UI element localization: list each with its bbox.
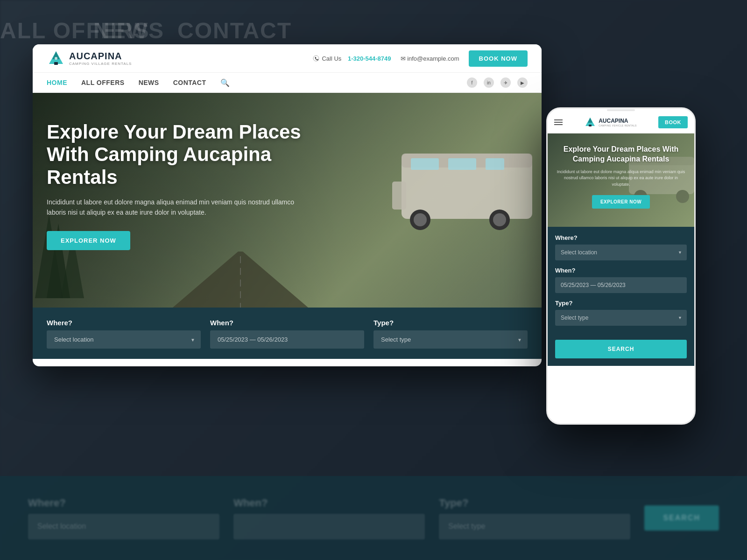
hero-subtitle: Incididunt ut labore eut dolore magna al… bbox=[47, 197, 308, 218]
svg-rect-14 bbox=[448, 158, 476, 170]
header-right: 📞 Call Us 1-320-544-8749 ✉ info@example.… bbox=[313, 50, 528, 67]
svg-rect-13 bbox=[411, 158, 439, 170]
bg-type-label: Type? bbox=[439, 497, 630, 509]
phone-icon: 📞 bbox=[313, 55, 319, 62]
phone-header: AUCAPINA CAMPING VEHICLE RENTALS BOOK bbox=[548, 112, 694, 133]
hero-title: Explore Your Dream Places With Camping A… bbox=[47, 121, 345, 189]
where-select-wrapper: Select location ▼ bbox=[47, 330, 201, 349]
bg-when-label: When? bbox=[233, 497, 425, 509]
svg-marker-22 bbox=[588, 118, 592, 123]
svg-rect-20 bbox=[392, 182, 406, 210]
hero-content: Explore Your Dream Places With Camping A… bbox=[33, 93, 359, 264]
phone-when-value[interactable]: 05/25/2023 — 05/26/2023 bbox=[555, 277, 687, 293]
hero-section: Explore Your Dream Places With Camping A… bbox=[33, 93, 542, 308]
bg-when-input bbox=[233, 514, 425, 539]
nav-home[interactable]: HOME bbox=[47, 79, 67, 86]
phone-logo-sub: CAMPING VEHICLE RENTALS bbox=[599, 124, 637, 127]
when-field: When? bbox=[210, 319, 364, 349]
where-field: Where? Select location ▼ bbox=[47, 319, 201, 349]
phone-where-label: Where? bbox=[555, 234, 687, 241]
when-input[interactable] bbox=[210, 330, 364, 349]
bg-search-btn: SEARCH bbox=[644, 505, 719, 531]
phone-logo-area: AUCAPINA CAMPING VEHICLE RENTALS bbox=[584, 116, 637, 128]
phone-logo-text-block: AUCAPINA CAMPING VEHICLE RENTALS bbox=[599, 118, 637, 127]
type-label: Type? bbox=[374, 319, 528, 327]
phone-where-select[interactable]: Select location bbox=[555, 245, 687, 260]
bg-type-input: Select type bbox=[439, 514, 630, 539]
phone-where-section: Where? Select location ▼ bbox=[555, 234, 687, 260]
phone-hero: Explore Your Dream Places With Camping A… bbox=[548, 133, 694, 227]
browser-window: AUCAPINA CAMPING VILLAGE RENTALS 📞 Call … bbox=[33, 44, 542, 366]
site-nav: HOME ALL OFFERS NEWS CONTACT 🔍 f in ✈ ▶ bbox=[33, 73, 542, 93]
phone-number[interactable]: 1-320-544-8749 bbox=[348, 55, 391, 62]
site-header: AUCAPINA CAMPING VILLAGE RENTALS 📞 Call … bbox=[33, 44, 542, 73]
bg-where-label: Where? bbox=[28, 497, 219, 509]
logo-sub: CAMPING VILLAGE RENTALS bbox=[69, 62, 132, 66]
logo-icon bbox=[47, 49, 65, 68]
nav-all-offers[interactable]: ALL OFFERS bbox=[81, 79, 125, 86]
nav-contact[interactable]: CONTACT bbox=[173, 79, 206, 86]
svg-rect-15 bbox=[486, 158, 504, 170]
rv-vehicle bbox=[374, 107, 542, 266]
logo-text-block: AUCAPINA CAMPING VILLAGE RENTALS bbox=[69, 51, 132, 66]
phone-type-section: Type? Select type ▼ bbox=[555, 300, 687, 326]
logo-name: AUCAPINA bbox=[69, 51, 132, 62]
phone-explorer-button[interactable]: EXPLORER NOW bbox=[592, 195, 650, 209]
nav-news[interactable]: NEWS bbox=[139, 79, 159, 86]
svg-point-3 bbox=[55, 57, 57, 60]
phone-logo-name: AUCAPINA bbox=[599, 118, 637, 124]
instagram-icon[interactable]: in bbox=[484, 77, 494, 88]
bg-text-news: NEWS bbox=[93, 18, 164, 43]
bg-text-contact: CONTACT bbox=[177, 18, 292, 43]
where-select[interactable]: Select location bbox=[47, 330, 201, 349]
header-email: ✉ info@example.com bbox=[401, 55, 459, 62]
type-field: Type? Select type ▼ bbox=[374, 319, 528, 349]
bg-when-field: When? bbox=[233, 497, 425, 539]
where-label: Where? bbox=[47, 319, 201, 327]
telegram-icon[interactable]: ✈ bbox=[500, 77, 511, 88]
phone-book-button[interactable]: BOOK bbox=[658, 116, 688, 128]
type-select[interactable]: Select type bbox=[374, 330, 528, 349]
search-icon[interactable]: 🔍 bbox=[220, 78, 230, 87]
bg-type-field: Type? Select type bbox=[439, 497, 630, 539]
bg-bottom-bar: Where? Select location When? Type? Selec… bbox=[0, 476, 747, 560]
bg-where-field: Where? Select location bbox=[28, 497, 219, 539]
hamburger-menu[interactable] bbox=[554, 119, 563, 125]
svg-point-17 bbox=[414, 213, 427, 226]
mobile-phone-mockup: AUCAPINA CAMPING VEHICLE RENTALS BOOK Ex… bbox=[546, 107, 696, 425]
phone-type-select[interactable]: Select type bbox=[555, 310, 687, 326]
explorer-now-button[interactable]: EXPLORER NOW bbox=[47, 231, 130, 250]
phone-type-select-wrapper: Select type ▼ bbox=[555, 310, 687, 326]
svg-text:📞: 📞 bbox=[315, 56, 319, 61]
logo-area: AUCAPINA CAMPING VILLAGE RENTALS bbox=[47, 49, 132, 68]
svg-point-19 bbox=[493, 213, 506, 226]
svg-rect-23 bbox=[589, 125, 592, 126]
phone-when-section: When? 05/25/2023 — 05/26/2023 bbox=[555, 267, 687, 293]
phone-hero-title: Explore Your Dream Places With Camping A… bbox=[556, 145, 686, 164]
bg-where-input: Select location bbox=[28, 514, 219, 539]
header-phone: 📞 Call Us 1-320-544-8749 bbox=[313, 55, 391, 62]
book-now-button[interactable]: BOOK NOW bbox=[469, 50, 528, 67]
youtube-icon[interactable]: ▶ bbox=[517, 77, 528, 88]
facebook-icon[interactable]: f bbox=[467, 77, 477, 88]
when-label: When? bbox=[210, 319, 364, 327]
search-bar: Where? Select location ▼ When? Type? Sel… bbox=[33, 308, 542, 359]
phone-type-label: Type? bbox=[555, 300, 687, 307]
nav-social: f in ✈ ▶ bbox=[467, 77, 528, 88]
phone-where-select-wrapper: Select location ▼ bbox=[555, 245, 687, 260]
call-label: Call Us bbox=[322, 55, 341, 62]
phone-when-label: When? bbox=[555, 267, 687, 274]
phone-search-button[interactable]: SEARCH bbox=[555, 340, 687, 358]
phone-logo-icon bbox=[584, 116, 596, 128]
phone-hero-subtitle: Incididunt ut labore eut dolore magna al… bbox=[556, 169, 686, 188]
type-select-wrapper: Select type ▼ bbox=[374, 330, 528, 349]
phone-search-form: Where? Select location ▼ When? 05/25/202… bbox=[548, 227, 694, 366]
svg-rect-2 bbox=[54, 62, 58, 65]
